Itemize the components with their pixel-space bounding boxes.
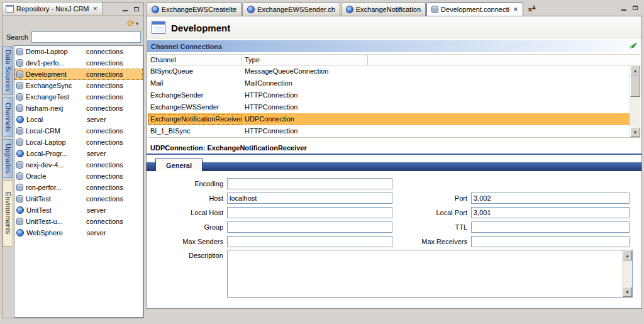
table-scrollbar[interactable]: ▲ ▼ [630, 65, 640, 137]
item-name: nexj-dev-4... [26, 161, 86, 169]
server-icon [16, 116, 24, 123]
scroll-up-icon[interactable]: ▲ [623, 250, 632, 260]
scroll-track[interactable] [623, 260, 632, 287]
table-row[interactable]: ExchangeNotificationReceiverUDPConnectio… [148, 113, 630, 125]
minimize-button[interactable] [619, 4, 628, 12]
toolbar-dropdown-icon[interactable]: ▾ [136, 21, 138, 26]
sidebar-tab-data-sources[interactable]: Data Sources [3, 46, 13, 95]
repository-title-tab[interactable]: Repository - NexJ CRM ✕ [3, 3, 103, 15]
item-name: UnitTest-u... [26, 218, 86, 225]
repository-toolbar: ⟳ ▾ [3, 16, 143, 31]
editor-tab-development.connecti[interactable]: Development.connecti✕ [426, 3, 523, 16]
field-group[interactable] [227, 221, 392, 233]
general-form: EncodingHostPortLocal HostLocal PortGrou… [147, 172, 641, 298]
list-item[interactable]: Local-Laptopconnections [14, 137, 143, 148]
sidebar-tabs: Data SourcesChannelsUpgradesEnvironments [3, 45, 14, 318]
list-item[interactable]: ExchangeSyncconnections [14, 80, 143, 91]
repository-titlebar: Repository - NexJ CRM ✕ [3, 3, 143, 16]
cell-channel: ExchangeNotificationReceiver [148, 113, 242, 125]
channel-icon [247, 6, 255, 13]
item-type: connections [86, 195, 123, 203]
list-item[interactable]: WebSphereserver [14, 227, 143, 238]
close-icon[interactable]: ✕ [92, 6, 99, 12]
editor-tab-exchangeewssender.ch[interactable]: ExchangeEWSSender.ch [242, 3, 340, 16]
list-item[interactable]: UnitTest-u...connections [14, 216, 143, 227]
connection-icon [16, 48, 23, 55]
tab-label: ExchangeEWSSender.ch [257, 6, 335, 13]
maximize-button[interactable] [630, 4, 640, 12]
search-input[interactable] [31, 31, 141, 43]
field-encoding[interactable] [227, 178, 392, 189]
sidebar-tab-channels[interactable]: Channels [3, 97, 13, 137]
list-item[interactable]: dev1-perfo...connections [14, 57, 143, 69]
list-item[interactable]: Demo-Laptopconnections [14, 46, 143, 57]
minimize-button[interactable] [120, 5, 130, 13]
list-item[interactable]: Oracleconnections [14, 170, 143, 182]
field-max-senders[interactable] [227, 236, 392, 247]
field-host[interactable] [227, 193, 392, 204]
connection-icon [16, 218, 23, 225]
field-ttl[interactable] [471, 221, 630, 233]
close-icon[interactable]: ✕ [512, 6, 518, 13]
list-item[interactable]: UnitTestconnections [14, 193, 143, 204]
item-type: connections [86, 48, 123, 55]
item-type: connections [86, 93, 123, 101]
column-header-type[interactable]: Type [242, 55, 368, 65]
scroll-track[interactable] [630, 97, 640, 127]
scroll-down-icon[interactable]: ▼ [623, 287, 632, 297]
list-item[interactable]: Local-CRMconnections [14, 125, 143, 137]
list-item[interactable]: ExchangeTestconnections [14, 91, 143, 103]
list-item[interactable]: Developmentconnections [14, 69, 143, 80]
tab-overflow-chevron[interactable]: »4 [528, 4, 536, 14]
editor-area: ExchangeEWSCreateIteExchangeEWSSender.ch… [146, 2, 642, 309]
list-item[interactable]: nexj-dev-4...connections [14, 159, 143, 170]
item-type: connections [86, 104, 123, 112]
item-name: ron-perfor... [26, 184, 86, 191]
list-item[interactable]: hisham-nexjconnections [14, 103, 143, 114]
cell-extra [368, 125, 630, 137]
editor-tab-exchangeewscreateite[interactable]: ExchangeEWSCreateIte [147, 3, 242, 16]
general-form-rows: EncodingHostPortLocal HostLocal PortGrou… [147, 176, 641, 249]
field-label-group: Group [147, 223, 227, 231]
scroll-up-icon[interactable]: ▲ [630, 65, 640, 75]
column-header-channel[interactable]: Channel [148, 55, 242, 65]
field-label-port: Port [392, 194, 471, 202]
cell-extra [368, 65, 630, 77]
item-name: ExchangeTest [26, 93, 86, 101]
field-label-local-host: Local Host [147, 209, 227, 216]
sync-icon[interactable]: ⟳ [127, 19, 135, 28]
list-item[interactable]: UnitTestserver [14, 204, 143, 216]
table-row[interactable]: MailMailConnection [148, 77, 630, 89]
channel-table-body: BISyncQueueMessageQueueConnectionMailMai… [148, 65, 630, 137]
section-title: Channel Connections [151, 43, 222, 50]
field-port[interactable] [471, 193, 630, 204]
description-scrollbar[interactable]: ▲ ▼ [622, 250, 632, 297]
channel-icon [346, 6, 353, 13]
maximize-button[interactable] [131, 5, 141, 13]
field-description[interactable]: ▲ ▼ [227, 250, 633, 298]
table-row[interactable]: BI_1_BISyncHTTPConnection [148, 125, 630, 137]
list-item[interactable]: Localserver [14, 114, 143, 125]
item-type: connections [86, 161, 123, 169]
item-type: server [87, 206, 106, 214]
cell-extra [368, 89, 630, 101]
scroll-thumb[interactable] [630, 75, 640, 97]
sidebar-tab-environments[interactable]: Environments [3, 180, 13, 247]
field-local-port[interactable] [471, 207, 630, 218]
list-item[interactable]: ron-perfor...connections [14, 182, 143, 193]
field-max-receivers[interactable] [471, 236, 630, 247]
cell-channel: Mail [148, 77, 242, 89]
table-header-row: Channel Type [148, 54, 640, 65]
tab-label: ExchangeEWSCreateIte [162, 6, 236, 13]
scroll-down-icon[interactable]: ▼ [630, 127, 640, 137]
tab-general[interactable]: General [155, 159, 203, 171]
cell-extra [368, 101, 630, 113]
editor-tab-exchangenotification[interactable]: ExchangeNotification [341, 3, 426, 16]
list-item[interactable]: Local-Progr...server [14, 148, 143, 159]
table-row[interactable]: BISyncQueueMessageQueueConnection [148, 65, 630, 77]
field-local-host[interactable] [227, 207, 392, 218]
search-row: Search [3, 31, 143, 45]
sidebar-tab-upgrades[interactable]: Upgrades [3, 139, 13, 178]
table-row[interactable]: ExchangeSenderHTTPConnection [148, 89, 630, 101]
table-row[interactable]: ExchangeEWSSenderHTTPConnection [148, 101, 630, 113]
